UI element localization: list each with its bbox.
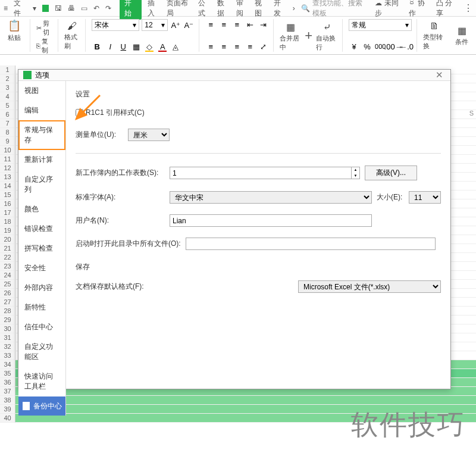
merge-center-button[interactable]: ▦ 合并居中 — [280, 21, 301, 52]
tab-formula[interactable]: 公式 — [198, 0, 211, 18]
font-color-button[interactable]: A — [157, 41, 168, 52]
type-convert-button[interactable]: 🗎 类型转换 — [423, 19, 445, 52]
row-number[interactable]: 13 — [0, 173, 15, 182]
advanced-button[interactable]: 高级(V)... — [365, 166, 417, 180]
row-number[interactable]: 35 — [0, 369, 15, 378]
dec-inc-icon[interactable]: .00→ — [388, 41, 399, 52]
align-top-icon[interactable]: ≡ — [205, 19, 216, 30]
sidebar-item-trustcenter[interactable]: 信任中心 — [18, 317, 65, 337]
tab-pagelayout[interactable]: 页面布局 — [167, 0, 192, 18]
tab-insert[interactable]: 插入 — [148, 0, 161, 18]
more-icon[interactable]: ⋮ — [464, 2, 472, 14]
align-center-icon[interactable]: ≡ — [218, 41, 229, 52]
row-number[interactable]: 18 — [0, 217, 15, 226]
copy-button[interactable]: ⎘ 复制 — [36, 37, 53, 55]
row-number[interactable]: 26 — [0, 289, 15, 298]
row-number[interactable]: 36 — [0, 378, 15, 387]
sidebar-item-customribbon[interactable]: 自定义功能区 — [18, 337, 65, 367]
username-input[interactable] — [170, 214, 372, 227]
row-number[interactable]: 40 — [0, 414, 15, 423]
stdfont-select[interactable]: 华文中宋 — [170, 191, 372, 204]
sidebar-item-color[interactable]: 颜色 — [18, 199, 65, 219]
search-box[interactable]: 🔍 查找功能、搜索模板 — [301, 0, 369, 18]
dec-dec-icon[interactable]: ←.0 — [401, 41, 412, 52]
backup-center-button[interactable]: 备份中心 — [18, 396, 65, 416]
paste-button[interactable]: 📋 粘贴 — [4, 19, 25, 42]
row-number[interactable]: 21 — [0, 244, 15, 253]
tab-more-icon[interactable]: › — [293, 4, 295, 13]
row-number[interactable]: 38 — [0, 396, 15, 405]
row-number[interactable]: 19 — [0, 226, 15, 235]
sidebar-item-view[interactable]: 视图 — [18, 81, 65, 101]
row-number[interactable]: 32 — [0, 342, 15, 351]
row-number[interactable]: 16 — [0, 199, 15, 208]
row-number[interactable]: 24 — [0, 271, 15, 280]
row-number[interactable]: 39 — [0, 405, 15, 414]
row-number[interactable]: 9 — [0, 137, 15, 146]
underline-button[interactable]: U — [118, 41, 129, 52]
tab-start[interactable]: 开始 — [120, 0, 142, 20]
cut-button[interactable]: ✂ 剪切 — [36, 19, 53, 37]
menu-dropdown-arrow[interactable]: ▾ — [33, 4, 36, 13]
wrap-text-button[interactable]: ⤶ 自动换行 — [316, 21, 337, 52]
print-icon[interactable]: 🖶 — [68, 4, 75, 13]
sidebar-item-external[interactable]: 外部内容 — [18, 278, 65, 298]
row-number[interactable]: 4 — [0, 92, 15, 101]
row-number[interactable]: 29 — [0, 316, 15, 324]
align-justify-icon[interactable]: ≡ — [245, 41, 255, 52]
sidebar-item-recalc[interactable]: 重新计算 — [18, 150, 65, 170]
row-number[interactable]: 20 — [0, 235, 15, 244]
tab-data[interactable]: 数据 — [217, 0, 230, 18]
sidebar-item-quickaccess[interactable]: 快速访问工具栏 — [18, 367, 65, 396]
menu-file[interactable]: 文件 — [14, 0, 27, 18]
saveas-select[interactable]: Microsoft Excel 文件(*.xlsx) — [298, 280, 441, 293]
sheets-input[interactable] — [170, 167, 352, 179]
increase-font-icon[interactable]: A⁺ — [170, 20, 181, 30]
row-number[interactable]: 17 — [0, 208, 15, 217]
coop-button[interactable]: ఠ 协作 — [409, 0, 429, 18]
row-number[interactable]: 1 — [0, 65, 15, 74]
sheets-spinner[interactable]: ▲▼ — [352, 167, 360, 179]
preview-icon[interactable]: ▭ — [81, 4, 87, 13]
sidebar-item-newfeature[interactable]: 新特性 — [18, 298, 65, 317]
fontsize-select[interactable]: 11 — [409, 191, 441, 204]
sidebar-item-security[interactable]: 安全性 — [18, 258, 65, 278]
sidebar-item-edit[interactable]: 编辑 — [18, 101, 65, 120]
row-number[interactable]: 10 — [0, 146, 15, 155]
sidebar-item-general-save[interactable]: 常规与保存 — [18, 120, 65, 150]
italic-button[interactable]: I — [105, 41, 115, 52]
align-left-icon[interactable]: ≡ — [205, 41, 216, 52]
sync-status[interactable]: ☁ 未同步 — [375, 0, 401, 18]
tab-view[interactable]: 视图 — [255, 0, 268, 18]
save-icon[interactable]: 🖫 — [55, 4, 62, 13]
row-number[interactable]: 12 — [0, 164, 15, 173]
row-number[interactable]: 30 — [0, 324, 15, 333]
unit-select[interactable]: 厘米 — [128, 129, 170, 141]
sidebar-item-spellcheck[interactable]: 拼写检查 — [18, 239, 65, 258]
font-size-select[interactable]: 12▾ — [142, 19, 168, 31]
r1c1-checkbox[interactable]: R1C1 引用样式(C) — [76, 108, 165, 118]
row-number[interactable]: 25 — [0, 280, 15, 289]
row-number[interactable]: 23 — [0, 262, 15, 271]
row-number[interactable]: 8 — [0, 128, 15, 137]
row-number[interactable]: 3 — [0, 83, 15, 92]
decrease-font-icon[interactable]: A⁻ — [183, 20, 194, 30]
tab-review[interactable]: 审阅 — [236, 0, 249, 18]
row-number[interactable]: 11 — [0, 155, 15, 164]
fill-color-button[interactable]: ◇ — [144, 41, 155, 52]
indent-dec-icon[interactable]: ⇤ — [245, 19, 255, 30]
cond-format-button[interactable]: ▦ 条件 — [451, 19, 472, 52]
currency-icon[interactable]: ¥ — [349, 41, 359, 52]
r1c1-checkbox-input[interactable] — [76, 109, 83, 117]
sidebar-item-customlist[interactable]: 自定义序列 — [18, 170, 65, 199]
redo-icon[interactable]: ↷ — [105, 4, 111, 13]
align-middle-icon[interactable]: ≡ — [218, 19, 229, 30]
align-right-icon[interactable]: ≡ — [231, 41, 242, 52]
close-icon[interactable]: ✕ — [433, 70, 446, 80]
row-number[interactable]: 34 — [0, 360, 15, 369]
undo-icon[interactable]: ↶ — [93, 4, 99, 13]
row-number[interactable]: 33 — [0, 351, 15, 360]
border-button[interactable]: ▦ — [131, 41, 142, 52]
row-number[interactable]: 27 — [0, 298, 15, 307]
number-format-select[interactable]: 常规▾ — [349, 19, 412, 31]
